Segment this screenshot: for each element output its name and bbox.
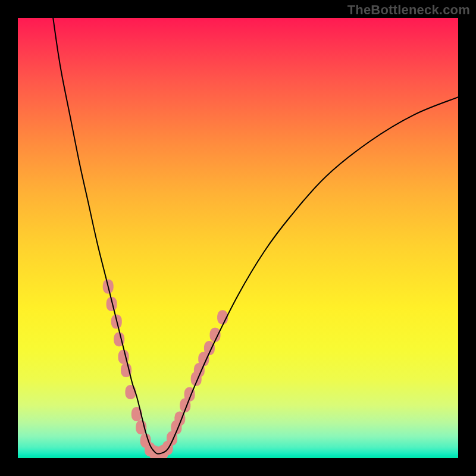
chart-svg xyxy=(18,18,458,458)
bottleneck-curve xyxy=(53,18,458,454)
plot-area xyxy=(18,18,458,458)
data-marker xyxy=(125,385,136,399)
marker-layer xyxy=(103,279,228,458)
watermark-text: TheBottleneck.com xyxy=(347,2,470,18)
chart-frame: TheBottleneck.com xyxy=(0,0,476,476)
